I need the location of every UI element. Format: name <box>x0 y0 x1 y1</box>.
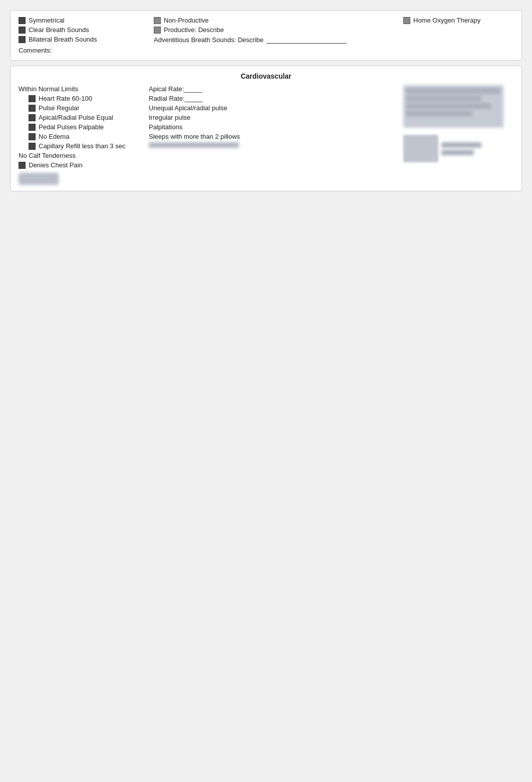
irregular-pulse-item: Irregular pulse <box>149 114 403 121</box>
cv-bottom-blurred-1 <box>19 173 59 185</box>
radial-rate-label: Radial Rate:_____ <box>149 95 203 102</box>
cv-blurred-text-1 <box>441 142 481 148</box>
cv-blurred-image-top <box>403 85 503 128</box>
radial-rate-item: Radial Rate:_____ <box>149 95 403 102</box>
sleeps-pillows-label: Sleeps with more than 2 pillows <box>149 133 240 140</box>
denies-chest-pain-checkbox[interactable] <box>19 162 26 169</box>
resp-col1-checkboxes: Symmetrical Clear Breath Sounds Bilatera… <box>19 17 144 43</box>
cv-col1: Within Normal Limits Heart Rate 60-100 P… <box>19 85 144 169</box>
home-oxygen-label: Home Oxygen Therapy <box>413 17 480 24</box>
heart-rate-item: Heart Rate 60-100 <box>29 95 144 102</box>
palpitations-label: Palpitations <box>149 123 182 131</box>
within-normal-item: Within Normal Limits <box>19 85 144 93</box>
pedal-pulses-item: Pedal Pulses Palpable <box>29 123 144 131</box>
apical-rate-label: Apical Rate:_____ <box>149 85 202 93</box>
non-productive-label: Non-Productive <box>164 17 209 24</box>
palpitations-item: Palpitations <box>149 123 403 131</box>
pulse-regular-label: Pulse Regular <box>39 104 80 112</box>
pedal-pulses-label: Pedal Pulses Palpable <box>39 123 104 131</box>
respiratory-card: Symmetrical Clear Breath Sounds Bilatera… <box>10 10 522 61</box>
resp-col3-checkboxes: Home Oxygen Therapy <box>403 17 513 24</box>
clear-breath-item: Clear Breath Sounds <box>19 26 144 34</box>
cardiovascular-card: Cardiovascular Within Normal Limits Hear… <box>10 66 522 191</box>
unequal-apical-item: Unequal Apical/radial pulse <box>149 104 403 112</box>
pulse-regular-item: Pulse Regular <box>29 104 144 112</box>
cap-refill-checkbox[interactable] <box>29 143 36 150</box>
clear-breath-checkbox[interactable] <box>19 27 26 34</box>
cv-col2-checkboxes: Apical Rate:_____ Radial Rate:_____ Uneq… <box>149 85 403 148</box>
apical-rate-item: Apical Rate:_____ <box>149 85 403 93</box>
no-calf-tenderness-label: No Calf Tenderness <box>19 152 76 159</box>
sleeps-pillows-item: Sleeps with more than 2 pillows <box>149 133 403 140</box>
cap-refill-label: Capillary Refill less than 3 sec <box>39 142 125 150</box>
adventitious-item: Adventitious Breath Sounds: Describe <box>154 36 403 44</box>
denies-chest-pain-label: Denies Chest Pain <box>29 161 83 169</box>
pulse-regular-checkbox[interactable] <box>29 105 36 112</box>
clear-breath-label: Clear Breath Sounds <box>29 26 89 34</box>
cv-blurred-image-small-1 <box>403 135 438 162</box>
cap-refill-item: Capillary Refill less than 3 sec <box>29 142 144 150</box>
non-productive-checkbox[interactable] <box>154 17 161 24</box>
productive-label: Productive: Describe <box>164 26 224 34</box>
cv-blurred-text-right <box>441 142 481 155</box>
no-edema-item: No Edema <box>29 133 144 140</box>
cardiovascular-section: Within Normal Limits Heart Rate 60-100 P… <box>19 85 513 169</box>
cv-blurred-text-2 <box>441 150 474 155</box>
apical-radial-equal-checkbox[interactable] <box>29 114 36 121</box>
within-normal-label: Within Normal Limits <box>19 85 78 93</box>
cardiovascular-header: Cardiovascular <box>19 72 513 80</box>
heart-rate-label: Heart Rate 60-100 <box>39 95 92 102</box>
blurred-cv-col2-item <box>149 142 403 148</box>
cv-col3 <box>403 85 513 169</box>
respiratory-col1: Symmetrical Clear Breath Sounds Bilatera… <box>19 17 144 44</box>
cv-right-content <box>403 85 513 162</box>
bilateral-breath-label: Bilateral Breath Sounds <box>29 36 97 43</box>
adventitious-label: Adventitious Breath Sounds: Describe <box>154 36 263 44</box>
page-container: Symmetrical Clear Breath Sounds Bilatera… <box>0 0 532 782</box>
apical-radial-equal-item: Apical/Radial Pulse Equal <box>29 114 144 121</box>
cv-col1-checkboxes: Within Normal Limits Heart Rate 60-100 P… <box>19 85 144 169</box>
bilateral-breath-item: Bilateral Breath Sounds <box>19 36 144 43</box>
heart-rate-checkbox[interactable] <box>29 95 36 102</box>
respiratory-section: Symmetrical Clear Breath Sounds Bilatera… <box>19 17 513 44</box>
respiratory-col2: Non-Productive Productive: Describe Adve… <box>144 17 403 44</box>
pedal-pulses-checkbox[interactable] <box>29 124 36 131</box>
symmetrical-label: Symmetrical <box>29 17 65 24</box>
unequal-apical-label: Unequal Apical/radial pulse <box>149 104 227 112</box>
home-oxygen-checkbox[interactable] <box>403 17 410 24</box>
respiratory-col3: Home Oxygen Therapy <box>403 17 513 44</box>
cv-bottom-row <box>19 173 513 185</box>
resp-col2-checkboxes: Non-Productive Productive: Describe Adve… <box>154 17 403 44</box>
apical-radial-equal-label: Apical/Radial Pulse Equal <box>39 114 113 121</box>
no-edema-checkbox[interactable] <box>29 133 36 140</box>
cv-col2: Apical Rate:_____ Radial Rate:_____ Uneq… <box>144 85 403 169</box>
denies-chest-pain-item: Denies Chest Pain <box>19 161 144 169</box>
productive-item: Productive: Describe <box>154 26 403 34</box>
bilateral-breath-checkbox[interactable] <box>19 36 26 43</box>
productive-checkbox[interactable] <box>154 27 161 34</box>
no-calf-tenderness-item: No Calf Tenderness <box>19 152 144 159</box>
blurred-cv-col2-text <box>149 142 239 148</box>
non-productive-item: Non-Productive <box>154 17 403 24</box>
no-edema-label: No Edema <box>39 133 69 140</box>
irregular-pulse-label: Irregular pulse <box>149 114 190 121</box>
home-oxygen-item: Home Oxygen Therapy <box>403 17 513 24</box>
symmetrical-item: Symmetrical <box>19 17 144 24</box>
adventitious-field[interactable] <box>267 36 347 44</box>
comments-label: Comments: <box>19 47 52 54</box>
symmetrical-checkbox[interactable] <box>19 17 26 24</box>
cv-small-images-row <box>403 135 513 162</box>
comments-row: Comments: <box>19 47 513 54</box>
